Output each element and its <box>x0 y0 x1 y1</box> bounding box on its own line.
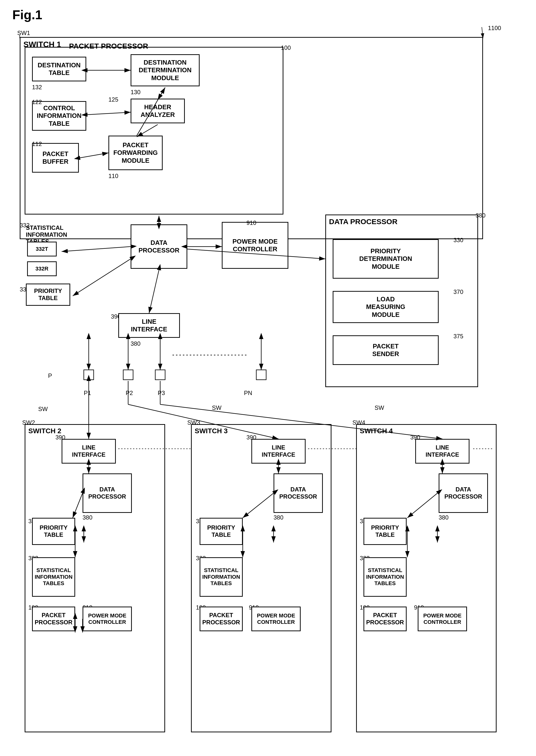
sw3-packet-processor-box: PACKET PROCESSOR <box>200 607 243 631</box>
svg-rect-23 <box>256 370 266 380</box>
sw4-statistical-box: STATISTICAL INFORMATION TABLES <box>363 557 407 597</box>
ref-380-1: 380 <box>131 340 141 347</box>
packet-forwarding-box: PACKET FORWARDING MODULE <box>109 136 163 170</box>
header-analyzer-text: HEADER ANALYZER <box>141 103 175 119</box>
data-processor-main-text: DATA PROCESSOR <box>139 239 180 254</box>
power-mode-controller-main-box: POWER MODE CONTROLLER <box>222 222 288 269</box>
label-P3: P3 <box>158 390 165 396</box>
sw-arrow-3: SW <box>375 404 384 411</box>
priority-determination-text: PRIORITY DETERMINATION MODULE <box>359 247 412 270</box>
data-processor-right-label: DATA PROCESSOR <box>329 217 397 226</box>
sw-arrow-2: SW <box>212 404 221 411</box>
switch4-label: SWITCH 4 <box>360 427 393 435</box>
sw4-line-interface-box: LINE INTERFACE <box>415 439 469 464</box>
label-PN: PN <box>244 390 252 396</box>
sw4-packet-processor-text: PACKET PROCESSOR <box>366 612 404 626</box>
control-info-text: CONTROL INFORMATION TABLE <box>37 104 82 127</box>
box-332R: 332R <box>27 261 57 276</box>
sw4-power-mode-text: POWER MODE CONTROLLER <box>423 612 461 626</box>
priority-determination-box: PRIORITY DETERMINATION MODULE <box>333 239 439 279</box>
packet-sender-text: PACKET SENDER <box>372 342 399 358</box>
svg-rect-22 <box>155 370 165 380</box>
sw2-data-processor-text: DATA PROCESSOR <box>88 486 126 500</box>
switch3-label: SWITCH 3 <box>195 427 228 435</box>
data-processor-main-box: DATA PROCESSOR <box>131 224 187 269</box>
ref-380-sw2: 380 <box>83 514 92 521</box>
sw3-line-interface-text: LINE INTERFACE <box>262 444 295 458</box>
sw4-power-mode-box: POWER MODE CONTROLLER <box>418 607 467 631</box>
sw2-packet-processor-box: PACKET PROCESSOR <box>32 607 75 631</box>
dest-determination-box: DESTINATION DETERMINATION MODULE <box>131 54 200 86</box>
ref-100-1: 100 <box>281 44 291 51</box>
sw2-power-mode-text: POWER MODE CONTROLLER <box>88 612 126 626</box>
sw2-priority-table-text: PRIORITY TABLE <box>40 524 68 539</box>
sw3-priority-table-text: PRIORITY TABLE <box>207 524 235 539</box>
destination-table-box: DESTINATION TABLE <box>32 57 86 81</box>
ref-910-1: 910 <box>247 219 256 226</box>
ref-380-sw3: 380 <box>274 514 284 521</box>
svg-line-9 <box>62 247 131 252</box>
sw3-power-mode-box: POWER MODE CONTROLLER <box>251 607 301 631</box>
header-analyzer-box: HEADER ANALYZER <box>131 99 185 123</box>
load-measuring-box: LOAD MEASURING MODULE <box>333 291 439 323</box>
sw4-line-interface-text: LINE INTERFACE <box>425 444 459 458</box>
sw3-statistical-text: STATISTICAL INFORMATION TABLES <box>202 567 240 587</box>
label-P: P <box>48 372 52 379</box>
svg-line-10 <box>73 259 131 296</box>
priority-table-main-box: PRIORITY TABLE <box>26 284 70 306</box>
sw2-line-interface-text: LINE INTERFACE <box>72 444 106 458</box>
load-measuring-text: LOAD MEASURING MODULE <box>366 295 405 319</box>
sw2-line-interface-box: LINE INTERFACE <box>62 439 116 464</box>
svg-line-13 <box>149 270 159 313</box>
sw4-data-processor-text: DATA PROCESSOR <box>444 486 482 500</box>
packet-forwarding-text: PACKET FORWARDING MODULE <box>113 141 158 164</box>
ref-110: 110 <box>109 173 118 180</box>
packet-buffer-text: PACKET BUFFER <box>42 150 68 165</box>
sw4-priority-table-box: PRIORITY TABLE <box>363 518 407 545</box>
control-info-box: CONTROL INFORMATION TABLE <box>32 101 86 131</box>
ref-125: 125 <box>109 96 118 103</box>
sw3-data-processor-text: DATA PROCESSOR <box>279 486 317 500</box>
sw2-statistical-text: STATISTICAL INFORMATION TABLES <box>35 567 73 587</box>
svg-line-43 <box>482 27 483 38</box>
sw4-packet-processor-box: PACKET PROCESSOR <box>363 607 407 631</box>
destination-table-text: DESTINATION TABLE <box>38 61 81 77</box>
sw4-priority-table-text: PRIORITY TABLE <box>371 524 399 539</box>
sw2-statistical-box: STATISTICAL INFORMATION TABLES <box>32 557 75 597</box>
ref-370: 370 <box>453 288 463 295</box>
sw-arrow-1: SW <box>38 406 48 413</box>
sw3-priority-table-box: PRIORITY TABLE <box>200 518 243 545</box>
label-P1: P1 <box>84 390 91 396</box>
line-interface-main-box: LINE INTERFACE <box>118 313 180 338</box>
dest-determination-text: DESTINATION DETERMINATION MODULE <box>139 59 192 82</box>
ref-122: 122 <box>32 99 42 106</box>
line-interface-main-text: LINE INTERFACE <box>131 318 167 333</box>
sw2-data-processor-box: DATA PROCESSOR <box>83 473 132 513</box>
priority-table-main-text: PRIORITY TABLE <box>34 288 62 302</box>
svg-rect-20 <box>84 370 94 380</box>
power-mode-controller-main-text: POWER MODE CONTROLLER <box>232 238 278 253</box>
sw3-data-processor-box: DATA PROCESSOR <box>274 473 323 513</box>
ref-132: 132 <box>32 84 42 91</box>
ref-330: 330 <box>453 237 463 244</box>
ref-130: 130 <box>131 89 141 96</box>
sw2-power-mode-box: POWER MODE CONTROLLER <box>83 607 132 631</box>
ref-375: 375 <box>453 333 463 340</box>
sw1-label: SW1 <box>17 30 30 36</box>
sw3-line-interface-box: LINE INTERFACE <box>251 439 306 464</box>
ref-380-dp: 380 <box>476 212 486 219</box>
packet-sender-box: PACKET SENDER <box>333 335 439 365</box>
ref-112: 112 <box>32 141 42 147</box>
sw3-power-mode-text: POWER MODE CONTROLLER <box>257 612 295 626</box>
sw4-data-processor-box: DATA PROCESSOR <box>439 473 488 513</box>
ref-380-sw4: 380 <box>439 514 449 521</box>
label-P2: P2 <box>126 390 133 396</box>
sw4-statistical-text: STATISTICAL INFORMATION TABLES <box>366 567 404 587</box>
sw2-priority-table-box: PRIORITY TABLE <box>32 518 75 545</box>
box-332T: 332T <box>27 242 57 256</box>
packet-buffer-box: PACKET BUFFER <box>32 143 79 173</box>
sw3-packet-processor-text: PACKET PROCESSOR <box>202 612 240 626</box>
figure-label: Fig.1 <box>12 7 42 22</box>
ref-1100: 1100 <box>488 25 501 32</box>
svg-rect-21 <box>123 370 133 380</box>
